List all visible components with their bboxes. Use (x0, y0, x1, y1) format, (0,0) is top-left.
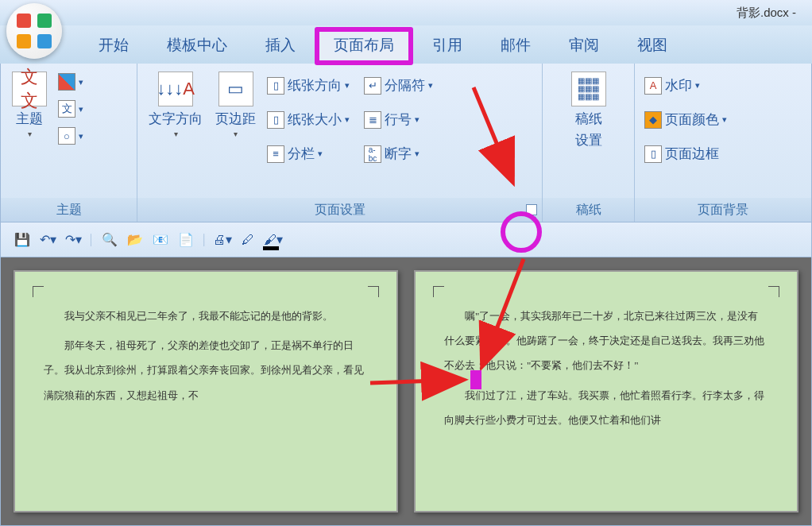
crop-mark-icon (368, 286, 379, 297)
page-color-icon: ◆ (644, 111, 662, 129)
tab-mailings[interactable]: 邮件 (481, 27, 550, 64)
watermark-button[interactable]: A 水印 ▾ (643, 73, 729, 98)
office-button[interactable] (6, 3, 62, 59)
new-button[interactable]: 📄 (176, 230, 196, 250)
tab-insert[interactable]: 插入 (246, 27, 315, 64)
paper-size-button[interactable]: ▯ 纸张大小 ▾ (265, 107, 351, 132)
page-2[interactable]: 嘱"了一会，其实我那年已二十岁，北京已来往过两三次，是没有什么要紧的了。他踌躇了… (414, 270, 798, 512)
pen-button[interactable]: 🖊 (238, 230, 258, 250)
email-button[interactable]: 📧 (150, 230, 171, 250)
effects-icon: ○ (58, 127, 75, 145)
manuscript-icon: ▦▦▦▦▦▦▦▦▦ (571, 72, 606, 106)
tab-home[interactable]: 开始 (79, 27, 148, 64)
open-button[interactable]: 📂 (125, 230, 145, 250)
crop-mark-icon (33, 286, 44, 297)
ribbon-tabs: 开始 模板中心 插入 页面布局 引用 邮件 审阅 视图 (0, 25, 812, 64)
window-title: 背影.docx - (737, 6, 796, 21)
paragraph: 那年冬天，祖母死了，父亲的差使也交卸了，正是祸不单行的日子。我从北京到徐州，打算… (44, 333, 368, 408)
tab-view[interactable]: 视图 (618, 27, 686, 64)
orientation-button[interactable]: ▯ 纸张方向 ▾ (265, 73, 351, 98)
page-color-button[interactable]: ◆ 页面颜色 ▾ (643, 107, 729, 132)
group-label-page-background: 页面背景 (635, 198, 811, 222)
paper-size-icon: ▯ (267, 111, 284, 129)
paragraph: 我与父亲不相见已二年余了，我最不能忘记的是他的背影。 (44, 304, 368, 328)
text-direction-button[interactable]: ↓↓↓A 文字方向 ▾ (145, 68, 206, 141)
theme-icon: 文文 (12, 72, 47, 106)
colors-icon (58, 73, 75, 91)
title-bar: 背影.docx - (0, 0, 812, 25)
group-label-page-setup: 页面设置 ↘ (137, 198, 542, 222)
themes-button[interactable]: 文文 主题 ▾ (9, 68, 50, 141)
hyphenation-button[interactable]: a-bc 断字 ▾ (362, 141, 435, 166)
breaks-icon: ↵ (364, 77, 381, 95)
quick-print-button[interactable]: 🖨▾ (212, 230, 233, 250)
office-logo-icon (17, 14, 52, 48)
fonts-icon: 文 (58, 100, 75, 118)
margins-label: 页边距 (215, 110, 256, 128)
paragraph: 嘱"了一会，其实我那年已二十岁，北京已来往过两三次，是没有什么要紧的了。他踌躇了… (444, 304, 768, 378)
manuscript-label: 稿纸 (575, 110, 602, 128)
orientation-icon: ▯ (267, 77, 284, 95)
quick-access-toolbar: 💾 ↶▾ ↷▾ │ 🔍 📂 📧 📄 │ 🖨▾ 🖊 🖌▾ (0, 222, 812, 257)
columns-icon: ≡ (267, 145, 284, 163)
highlight-button[interactable]: 🖌▾ (263, 230, 284, 250)
page-borders-icon: ▯ (644, 145, 662, 163)
columns-button[interactable]: ≡ 分栏 ▾ (265, 141, 351, 166)
page-setup-launcher[interactable]: ↘ (526, 204, 537, 215)
line-numbers-icon: ≣ (364, 111, 381, 129)
margins-button[interactable]: ▭ 页边距 ▾ (212, 68, 259, 141)
save-button[interactable]: 💾 (12, 230, 33, 250)
ribbon: 文文 主题 ▾ ▾ 文▾ ○▾ 主题 ↓↓↓A 文字方向 (0, 64, 812, 222)
print-preview-button[interactable]: 🔍 (99, 230, 120, 250)
tab-review[interactable]: 审阅 (550, 27, 618, 64)
tab-template[interactable]: 模板中心 (148, 27, 246, 64)
crop-mark-icon (433, 286, 444, 297)
margins-icon: ▭ (218, 72, 253, 106)
themes-label: 主题 (16, 110, 43, 128)
manuscript-button[interactable]: ▦▦▦▦▦▦▦▦▦ 稿纸 设置 (568, 68, 609, 153)
text-direction-label: 文字方向 (149, 110, 203, 128)
tab-references[interactable]: 引用 (413, 27, 481, 64)
tab-page-layout[interactable]: 页面布局 (315, 27, 413, 65)
crop-mark-icon (768, 286, 779, 297)
paragraph: 我们过了江，进了车站。我买票，他忙着照看行李。行李太多，得向脚夫行些小费才可过去… (444, 383, 768, 432)
text-direction-icon: ↓↓↓A (158, 72, 193, 106)
watermark-icon: A (644, 77, 662, 95)
document-area: 我与父亲不相见已二年余了，我最不能忘记的是他的背影。 那年冬天，祖母死了，父亲的… (0, 257, 812, 526)
breaks-button[interactable]: ↵ 分隔符 ▾ (362, 73, 435, 98)
theme-fonts-button[interactable]: 文▾ (56, 97, 85, 121)
theme-colors-button[interactable]: ▾ (56, 70, 85, 94)
group-label-manuscript: 稿纸 (543, 198, 634, 222)
redo-button[interactable]: ↷▾ (63, 230, 83, 250)
page-1[interactable]: 我与父亲不相见已二年余了，我最不能忘记的是他的背影。 那年冬天，祖母死了，父亲的… (14, 270, 398, 512)
line-numbers-button[interactable]: ≣ 行号 ▾ (362, 107, 435, 132)
undo-button[interactable]: ↶▾ (37, 230, 58, 250)
hyphenation-icon: a-bc (364, 145, 381, 163)
theme-effects-button[interactable]: ○▾ (56, 124, 85, 148)
group-label-theme: 主题 (1, 198, 137, 222)
page-borders-button[interactable]: ▯ 页面边框 (643, 141, 729, 166)
manuscript-settings-label: 设置 (575, 131, 602, 149)
